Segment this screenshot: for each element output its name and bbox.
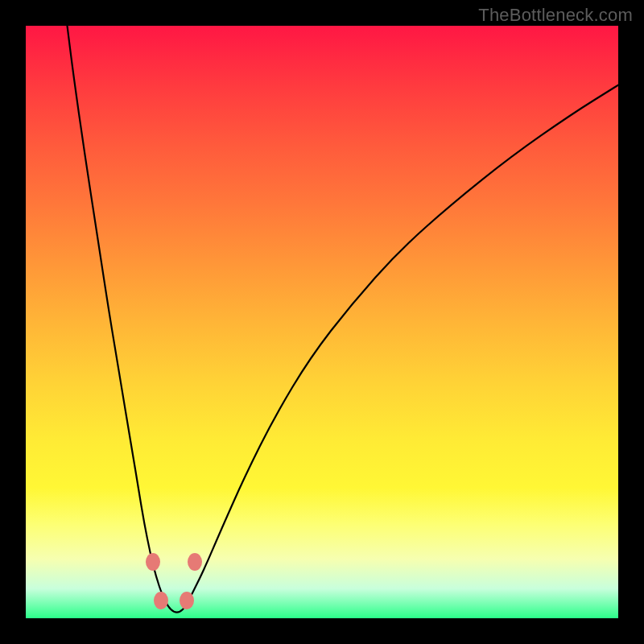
watermark-label: TheBottleneck.com	[478, 5, 633, 26]
data-marker	[154, 592, 168, 609]
data-marker	[188, 553, 202, 571]
curve-path	[68, 26, 619, 613]
chart-frame: TheBottleneck.com	[0, 0, 644, 644]
bottleneck-curve	[26, 26, 618, 618]
data-marker	[180, 592, 194, 609]
plot-area	[26, 26, 618, 618]
data-marker	[146, 553, 160, 571]
